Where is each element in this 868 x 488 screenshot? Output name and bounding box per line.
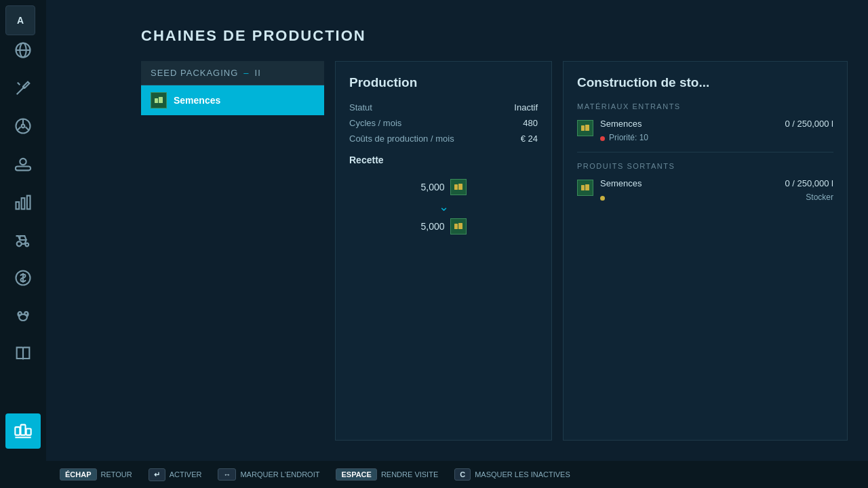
echap-key: ÉCHAP — [60, 468, 97, 481]
svg-rect-31 — [581, 185, 585, 190]
svg-point-9 — [20, 159, 26, 165]
construction-title: Construction de sto... — [577, 75, 833, 90]
facility-item-name: Semences — [174, 95, 220, 106]
svg-rect-23 — [155, 98, 158, 103]
outgoing-material-info: Semences 0 / 250,000 l Stocker — [600, 178, 833, 202]
rendre-button[interactable]: ESPACE RENDRE VISITE — [336, 468, 438, 481]
marquer-label: MARQUER L'ENDROIT — [240, 470, 319, 479]
production-cycles-row: Cycles / mois 480 — [349, 118, 538, 128]
svg-line-7 — [18, 127, 21, 130]
sidebar-item-production[interactable] — [5, 413, 41, 449]
production-panel: Production Statut Inactif Cycles / mois … — [335, 61, 552, 441]
sidebar-item-book[interactable] — [5, 336, 41, 371]
svg-rect-12 — [27, 196, 31, 209]
svg-rect-26 — [458, 184, 462, 190]
incoming-material-info: Semences 0 / 250,000 l Priorité: 10 — [600, 119, 833, 142]
incoming-status-dot — [600, 136, 605, 141]
facility-item-icon — [151, 92, 167, 108]
svg-rect-32 — [585, 184, 589, 190]
recipe-output-amount: 5,000 — [420, 221, 444, 232]
outgoing-status-dot — [600, 196, 605, 201]
masquer-key: C — [454, 468, 471, 481]
svg-point-13 — [17, 241, 22, 246]
outgoing-label: PRODUITS SORTANTS — [577, 162, 833, 170]
recette-title: Recette — [349, 155, 538, 165]
content-area: SEED PACKAGING – II Semences Production … — [141, 61, 848, 441]
recipe-output-item: 5,000 — [420, 218, 466, 235]
svg-rect-27 — [454, 224, 458, 229]
page-title: CHAINES DE PRODUCTION — [141, 27, 848, 45]
recipe-output-icon — [450, 218, 467, 235]
rendre-label: RENDRE VISITE — [381, 470, 438, 479]
outgoing-material-row: Semences 0 / 250,000 l Stocker — [577, 178, 833, 202]
facility-level: II — [255, 68, 261, 78]
outgoing-material-name: Semences — [600, 178, 642, 188]
svg-point-17 — [18, 312, 22, 315]
section-divider — [577, 152, 833, 152]
facility-header: SEED PACKAGING – II — [141, 61, 324, 85]
sidebar-item-chart[interactable] — [5, 184, 41, 220]
svg-rect-25 — [454, 184, 458, 190]
svg-rect-20 — [21, 425, 26, 435]
sidebar-item-dollar[interactable] — [5, 260, 41, 296]
production-panel-title: Production — [349, 75, 538, 90]
statut-value: Inactif — [514, 102, 538, 113]
incoming-label: MATÉRIAUX ENTRANTS — [577, 102, 833, 110]
sidebar-item-weather[interactable] — [5, 146, 41, 182]
recipe-input-item: 5,000 — [420, 179, 466, 195]
echap-button[interactable]: ÉCHAP RETOUR — [60, 468, 132, 481]
svg-rect-30 — [585, 125, 589, 131]
svg-rect-24 — [159, 97, 163, 103]
outgoing-material-name-row: Semences 0 / 250,000 l — [600, 178, 833, 188]
sidebar-item-tractor[interactable] — [5, 222, 41, 258]
svg-rect-11 — [22, 198, 25, 209]
facility-list-item[interactable]: Semences — [141, 85, 324, 115]
sidebar-item-steering[interactable] — [5, 108, 41, 144]
svg-rect-29 — [581, 125, 585, 131]
outgoing-icon — [577, 180, 593, 196]
incoming-quantity: 0 / 250,000 l — [785, 119, 833, 129]
recipe-input-icon — [450, 179, 467, 195]
incoming-material-row: Semences 0 / 250,000 l Priorité: 10 — [577, 119, 833, 142]
activer-button[interactable]: ↵ ACTIVER — [149, 468, 202, 481]
incoming-material-name-row: Semences 0 / 250,000 l — [600, 119, 833, 129]
outgoing-action: Stocker — [806, 192, 833, 202]
facility-panel: SEED PACKAGING – II Semences — [141, 61, 324, 441]
main-content: CHAINES DE PRODUCTION SEED PACKAGING – I… — [46, 0, 868, 461]
construction-panel: Construction de sto... MATÉRIAUX ENTRANT… — [563, 61, 848, 441]
recipe-arrow-icon: ⌄ — [439, 199, 449, 214]
svg-rect-10 — [16, 202, 20, 209]
statut-label: Statut — [349, 102, 372, 113]
svg-point-5 — [22, 125, 25, 128]
svg-rect-21 — [26, 429, 31, 435]
sidebar-item-animal[interactable] — [5, 298, 41, 333]
facility-separator: – — [243, 68, 249, 78]
marquer-button[interactable]: ↔ MARQUER L'ENDROIT — [218, 468, 319, 481]
incoming-priority: Priorité: 10 — [609, 133, 648, 142]
recipe-input-amount: 5,000 — [420, 182, 444, 192]
masquer-label: MASQUER LES INACTIVES — [475, 470, 570, 479]
svg-line-8 — [26, 127, 29, 130]
bottom-bar: ÉCHAP RETOUR ↵ ACTIVER ↔ MARQUER L'ENDRO… — [46, 461, 868, 488]
rendre-key: ESPACE — [336, 468, 376, 481]
production-costs-row: Coûts de production / mois € 24 — [349, 134, 538, 144]
outgoing-quantity: 0 / 250,000 l — [785, 178, 833, 188]
sidebar-item-globe[interactable] — [5, 33, 41, 68]
incoming-icon — [577, 120, 593, 136]
cycles-value: 480 — [523, 118, 538, 128]
a-key-button[interactable]: A — [5, 5, 35, 35]
svg-rect-28 — [458, 223, 462, 229]
svg-point-18 — [24, 312, 28, 315]
svg-point-14 — [26, 243, 29, 247]
costs-label: Coûts de production / mois — [349, 134, 454, 144]
svg-rect-19 — [15, 427, 20, 435]
marquer-key: ↔ — [218, 468, 236, 481]
facility-name: SEED PACKAGING — [151, 68, 238, 78]
activer-label: ACTIVER — [170, 470, 202, 479]
masquer-button[interactable]: C MASQUER LES INACTIVES — [454, 468, 570, 481]
costs-value: € 24 — [521, 134, 538, 144]
sidebar: A — [0, 0, 46, 488]
recipe-area: 5,000 ⌄ 5,000 — [349, 179, 538, 235]
activer-key: ↵ — [149, 468, 165, 481]
sidebar-item-tools[interactable] — [5, 70, 41, 106]
